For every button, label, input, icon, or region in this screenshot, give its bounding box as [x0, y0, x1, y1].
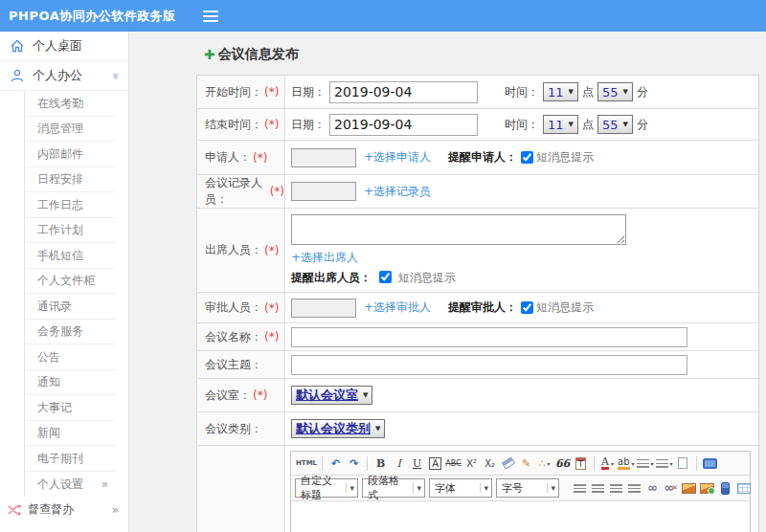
required-mark: (*) [264, 301, 279, 315]
unordered-list-button[interactable]: ▾ [656, 454, 673, 472]
start-hour-select[interactable]: 11▼ [543, 82, 578, 101]
date-label: 日期： [291, 117, 326, 133]
chevron-right-icon: » [112, 503, 119, 517]
sidebar-item-message-management[interactable]: 消息管理 [25, 117, 116, 143]
sub-item-label: 督查督办 [28, 501, 74, 518]
field-label: 申请人： [205, 149, 251, 166]
sidebar-item-label: 个人桌面 [33, 37, 82, 55]
editor-content-area[interactable] [291, 501, 750, 532]
field-label: 出席人员： [205, 242, 262, 258]
insert-table-icon [737, 483, 751, 494]
font-family-dropdown[interactable]: 字体 [429, 478, 492, 498]
applicant-input[interactable] [291, 148, 356, 167]
sidebar-item-internal-mail[interactable]: 内部邮件 [25, 142, 116, 167]
meeting-subject-input[interactable] [291, 355, 687, 375]
approver-sms-checkbox[interactable] [521, 301, 533, 314]
pick-attendees-link[interactable]: +选择出席人 [291, 251, 358, 264]
meeting-name-input[interactable] [291, 327, 687, 347]
sidebar-item-office[interactable]: 个人办公 » [0, 61, 128, 91]
bold-button[interactable]: B [372, 454, 389, 472]
approver-input[interactable] [291, 299, 356, 318]
sidebar-item-desktop[interactable]: 个人桌面 [0, 32, 128, 61]
end-date-input[interactable] [329, 114, 478, 136]
blockquote-button[interactable]: 66 [554, 454, 571, 472]
sidebar: 个人桌面 个人办公 » 在线考勤 消息管理 内部邮件 日程安排 工作日志 工作计… [0, 32, 129, 532]
sidebar-item-e-journal[interactable]: 电子期刊 [25, 446, 116, 472]
caret-down-icon: ▾ [548, 460, 551, 467]
subscript-button[interactable]: X₂ [482, 454, 498, 472]
spray-paint-button[interactable]: ∴▾ [536, 454, 552, 472]
start-minute-select[interactable]: 55▼ [597, 82, 633, 101]
remind-approver-label: 提醒审批人： [448, 299, 517, 316]
row-editor: HTML ↶ ↷ B I U A ABC X² X₂ [197, 446, 758, 532]
editor-toolbar-row1: HTML ↶ ↷ B I U A ABC X² X₂ [291, 452, 750, 476]
strikethrough-button[interactable]: ABC [445, 454, 462, 472]
sidebar-item-news[interactable]: 新闻 [25, 421, 116, 447]
highlight-color-button[interactable]: ab▾ [618, 454, 635, 472]
recorder-input[interactable] [291, 182, 356, 201]
font-box-button[interactable]: A [429, 457, 441, 470]
redo-icon[interactable]: ↷ [346, 454, 362, 472]
meeting-room-select[interactable]: 默认会议室▼ [291, 386, 372, 405]
field-label: 会议主题： [205, 357, 262, 373]
row-end-time: 结束时间：(*) 日期： 时间： 11▼ 点 55▼ 分 [197, 109, 758, 141]
sidebar-item-work-log[interactable]: 工作日志 [25, 192, 116, 218]
page-title-row: ✚ 会议信息发布 [204, 46, 759, 63]
meeting-category-select[interactable]: 默认会议类别▼ [291, 419, 385, 438]
sidebar-item-personal-settings[interactable]: 个人设置 » [25, 472, 116, 498]
attendees-textarea[interactable] [291, 214, 626, 245]
sub-item-label: 内部邮件 [37, 142, 83, 167]
spray-icon: ∴ [539, 457, 546, 470]
underline-button[interactable]: U [409, 454, 425, 472]
pick-recorder-link[interactable]: +选择记录员 [364, 184, 431, 200]
sidebar-item-meeting-service[interactable]: 会务服务 [25, 320, 116, 345]
row-meeting-subject: 会议主题： [197, 351, 758, 379]
paste-icon [575, 457, 586, 470]
end-hour-select[interactable]: 11▼ [543, 115, 578, 134]
hamburger-menu-icon[interactable] [203, 11, 218, 22]
main-content: ✚ 会议信息发布 开始时间：(*) 日期： 时间： 11▼ 点 55▼ 分 [129, 32, 766, 532]
required-mark: (*) [253, 388, 267, 402]
attendees-sms-checkbox[interactable] [379, 271, 392, 283]
sub-item-label: 手机短信 [37, 243, 83, 269]
sidebar-item-schedule[interactable]: 日程安排 [25, 167, 116, 193]
minute-unit: 分 [637, 117, 648, 133]
end-minute-select[interactable]: 55▼ [597, 115, 633, 134]
start-date-input[interactable] [329, 81, 478, 103]
paragraph-format-dropdown[interactable]: 段落格式 [362, 478, 425, 498]
undo-icon[interactable]: ↶ [327, 454, 344, 472]
sub-item-label: 个人设置 [37, 472, 83, 498]
pick-approver-link[interactable]: +选择审批人 [364, 299, 431, 316]
applicant-sms-checkbox[interactable] [521, 151, 533, 164]
italic-button[interactable]: I [391, 454, 407, 472]
superscript-button[interactable]: X² [463, 454, 480, 472]
plus-icon: ✚ [204, 47, 215, 62]
required-mark: (*) [253, 151, 267, 165]
sidebar-item-memorabilia[interactable]: 大事记 [25, 395, 116, 421]
sidebar-item-announcement[interactable]: 公告 [25, 344, 116, 370]
sidebar-item-work-plan[interactable]: 工作计划 [25, 218, 116, 244]
pick-applicant-link[interactable]: +选择申请人 [364, 149, 431, 166]
custom-title-dropdown[interactable]: 自定义标题 [295, 478, 358, 498]
field-label: 审批人员： [205, 299, 262, 316]
ordered-list-button[interactable]: ▾ [637, 454, 654, 472]
insert-link-icon[interactable]: ∞ [644, 479, 661, 497]
font-size-dropdown[interactable]: 字号 [496, 478, 559, 498]
format-brush-icon[interactable]: ✎ [518, 454, 534, 472]
align-right-icon [610, 484, 622, 493]
sidebar-item-online-attendance[interactable]: 在线考勤 [25, 91, 116, 117]
sms-label: 短消息提示 [536, 149, 594, 166]
insert-media-icon [721, 482, 730, 495]
sidebar-item-supervision[interactable]: 督查督办 » [0, 497, 128, 522]
upload-image-icon [700, 483, 714, 494]
sidebar-item-personal-cabinet[interactable]: 个人文件柜 [25, 269, 116, 295]
sidebar-item-notice[interactable]: 通知 [25, 370, 116, 396]
font-color-button[interactable]: A▾ [599, 454, 616, 472]
sidebar-item-sms[interactable]: 手机短信 [25, 243, 116, 269]
field-label: 结束时间： [205, 117, 262, 133]
html-source-button[interactable]: HTML [296, 454, 317, 472]
time-label: 时间： [505, 84, 539, 100]
sidebar-item-contacts[interactable]: 通讯录 [25, 294, 116, 320]
sub-item-label: 日程安排 [37, 166, 83, 192]
remove-link-button[interactable]: ∞✕ [663, 479, 679, 497]
